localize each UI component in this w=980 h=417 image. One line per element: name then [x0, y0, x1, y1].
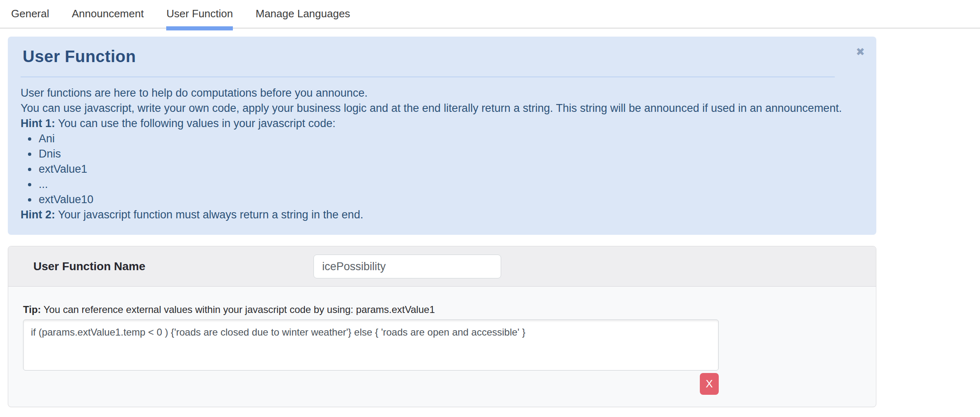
panel-divider [21, 76, 835, 77]
list-item: Ani [37, 131, 864, 146]
hint-1-label: Hint 1: [21, 117, 55, 130]
user-function-form-card: User Function Name Tip: You can referenc… [8, 246, 876, 407]
list-item: extValue10 [37, 192, 864, 207]
tab-manage-languages[interactable]: Manage Languages [255, 0, 350, 28]
info-panel-title: User Function [23, 47, 864, 66]
list-item: Dnis [37, 146, 864, 162]
tip-label: Tip: [23, 304, 41, 315]
info-panel-body: User functions are here to help do compu… [21, 86, 864, 222]
user-function-name-input[interactable] [314, 255, 501, 278]
close-icon[interactable]: ✖ [856, 46, 865, 57]
button-row: X [23, 373, 719, 395]
user-function-name-label: User Function Name [33, 260, 145, 273]
settings-tabbar: General Announcement User Function Manag… [0, 0, 980, 29]
tab-general-label: General [11, 7, 49, 20]
remove-function-button[interactable]: X [700, 373, 719, 395]
user-function-info-panel: User Function ✖ User functions are here … [8, 37, 876, 235]
hint-1-line: Hint 1: You can use the following values… [21, 116, 864, 131]
tab-announcement[interactable]: Announcement [72, 0, 144, 28]
tab-general[interactable]: General [11, 0, 49, 28]
tab-user-function-label: User Function [166, 7, 233, 20]
form-card-header: User Function Name [8, 246, 876, 287]
list-item: extValue1 [37, 162, 864, 177]
list-item: ... [37, 177, 864, 192]
hint-2-text: Your javascript function must always ret… [55, 208, 363, 221]
javascript-code-textarea[interactable]: if (params.extValue1.temp < 0 ) {'roads … [23, 320, 719, 371]
tip-text: You can reference external values within… [41, 304, 435, 315]
intro-line-1: User functions are here to help do compu… [21, 86, 864, 101]
tab-announcement-label: Announcement [72, 7, 144, 20]
intro-line-2: You can use javascript, write your own c… [21, 101, 864, 116]
tab-manage-languages-label: Manage Languages [255, 7, 350, 20]
hint-2-label: Hint 2: [21, 208, 55, 221]
tip-line: Tip: You can reference external values w… [23, 304, 861, 315]
hint-2-line: Hint 2: Your javascript function must al… [21, 207, 864, 222]
form-card-body: Tip: You can reference external values w… [8, 287, 876, 407]
available-values-list: Ani Dnis extValue1 ... extValue10 [21, 131, 864, 207]
tab-user-function[interactable]: User Function [166, 0, 233, 28]
hint-1-text: You can use the following values in your… [55, 117, 335, 130]
